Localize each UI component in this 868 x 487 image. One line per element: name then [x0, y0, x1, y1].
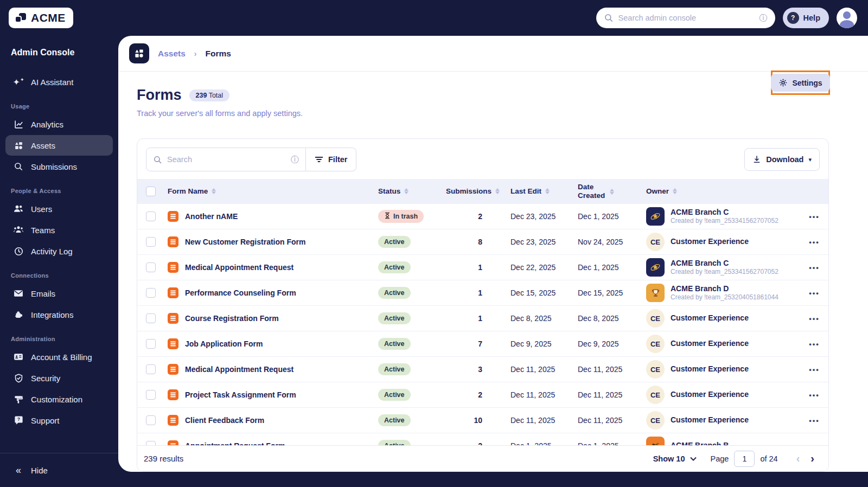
owner-avatar: CE [646, 386, 665, 404]
form-name[interactable]: Job Application Form [185, 339, 263, 348]
table-row[interactable]: New Customer Registration Form Active 8 … [137, 229, 828, 255]
form-name[interactable]: Project Task Assignment Form [185, 390, 296, 399]
row-checkbox[interactable] [146, 364, 156, 374]
row-actions-button[interactable]: ••• [807, 338, 822, 350]
form-name[interactable]: Performance Counseling Form [185, 289, 296, 297]
column-header-submissions[interactable]: Submissions [454, 187, 504, 196]
submissions-count: 8 [454, 238, 504, 246]
row-actions-button[interactable]: ••• [807, 389, 822, 401]
row-actions-button[interactable]: ••• [807, 312, 822, 325]
sidebar-item-activity-log[interactable]: Activity Log [5, 241, 113, 261]
form-name[interactable]: Another nAME [185, 212, 238, 221]
brush-icon [13, 394, 24, 405]
row-actions-button[interactable]: ••• [807, 261, 822, 274]
page-header: Forms 239 Total Track your server's all … [118, 72, 847, 118]
sidebar-item-customization[interactable]: Customization [5, 389, 113, 409]
sidebar-item-assets[interactable]: Assets [5, 135, 113, 156]
row-checkbox[interactable] [146, 339, 156, 349]
user-avatar[interactable] [837, 8, 857, 28]
column-header-date-created[interactable]: Date Created [573, 183, 642, 200]
sidebar-item-users[interactable]: Users [5, 198, 113, 219]
last-edit-date: Dec 23, 2025 [504, 238, 573, 246]
admin-search-input[interactable] [618, 14, 755, 22]
row-checkbox[interactable] [146, 212, 156, 221]
filter-button[interactable]: Filter [306, 148, 356, 171]
owner-avatar: CE [646, 309, 665, 328]
row-checkbox[interactable] [146, 390, 156, 400]
column-header-form-name[interactable]: Form Name [163, 187, 374, 196]
next-page-button[interactable]: › [806, 452, 819, 464]
main-panel: Assets › Forms Forms 239 Total Track you… [118, 36, 868, 472]
sidebar-item-account-billing[interactable]: Account & Billing [5, 347, 113, 367]
breadcrumb-assets-link[interactable]: Assets [158, 49, 186, 59]
sidebar-item-integrations[interactable]: Integrations [5, 304, 113, 325]
sidebar-item-submissions[interactable]: Submissions [5, 156, 113, 177]
help-button[interactable]: ? Help [783, 8, 829, 28]
sidebar-item-analytics[interactable]: Analytics [5, 114, 113, 134]
table-row[interactable]: Medical Appointment Request Active 3 Dec… [137, 357, 828, 382]
acme-logo[interactable]: ACME [9, 8, 73, 28]
row-checkbox[interactable] [146, 237, 156, 247]
sidebar-item-emails[interactable]: Emails [5, 283, 113, 304]
form-name[interactable]: Medical Appointment Request [185, 365, 293, 374]
table-row[interactable]: Job Application Form Active 7 Dec 9, 202… [137, 331, 828, 357]
column-header-last-edit[interactable]: Last Edit [504, 187, 573, 196]
row-checkbox[interactable] [146, 262, 156, 272]
table-row[interactable]: Client Feedback Form Active 10 Dec 11, 2… [137, 408, 828, 433]
table-row[interactable]: Medical Appointment Request Active 1 Dec… [137, 255, 828, 280]
sidebar-hide-button[interactable]: « Hide [5, 460, 113, 480]
column-header-owner[interactable]: Owner [642, 187, 799, 196]
logo-text: ACME [31, 11, 66, 24]
last-edit-date: Dec 11, 2025 [504, 416, 573, 425]
page-label: Page [711, 454, 729, 463]
form-name[interactable]: Course Registration Form [185, 314, 279, 323]
sidebar-item-label: Submissions [31, 162, 77, 171]
page-number-input[interactable] [734, 451, 755, 467]
page-subtitle: Track your server's all forms and apply … [137, 109, 847, 118]
row-actions-button[interactable]: ••• [807, 210, 822, 223]
select-all-checkbox[interactable] [146, 187, 156, 196]
sidebar-item-support[interactable]: ?Support [5, 410, 113, 431]
previous-page-button[interactable]: ‹ [792, 452, 805, 464]
info-icon[interactable]: ⓘ [760, 13, 768, 23]
shield-icon [13, 373, 24, 383]
table-row[interactable]: Performance Counseling Form Active 1 Dec… [137, 280, 828, 306]
sidebar-item-security[interactable]: Security [5, 368, 113, 388]
row-actions-button[interactable]: ••• [807, 287, 822, 299]
table-search-input[interactable] [167, 155, 286, 164]
status-badge: Active [378, 312, 411, 324]
column-header-status[interactable]: Status [374, 187, 454, 196]
table-row[interactable]: Course Registration Form Active 1 Dec 8,… [137, 306, 828, 331]
table-row[interactable]: Another nAME In trash 2 Dec 23, 2025 Dec… [137, 204, 828, 229]
owner-name: ACME Branch C [671, 259, 778, 268]
row-actions-button[interactable]: ••• [807, 236, 822, 248]
date-created: Nov 24, 2025 [573, 238, 642, 246]
form-name[interactable]: Client Feedback Form [185, 416, 264, 425]
form-name[interactable]: New Customer Registration Form [185, 238, 305, 246]
row-checkbox[interactable] [146, 313, 156, 323]
sidebar-item-ai-assistant[interactable]: ✦✦ AI Assistant [5, 72, 113, 92]
form-icon [168, 338, 178, 349]
page-size-select[interactable]: Show 10 [653, 454, 697, 463]
download-button[interactable]: Download ▾ [744, 148, 820, 171]
table-row[interactable]: Project Task Assignment Form Active 2 De… [137, 382, 828, 408]
date-created: Dec 1, 2025 [573, 212, 642, 221]
question-icon: ? [787, 12, 799, 24]
date-created: Dec 9, 2025 [573, 339, 642, 348]
sort-icon [545, 188, 550, 194]
date-created: Dec 11, 2025 [573, 365, 642, 374]
sidebar-item-teams[interactable]: Teams [5, 220, 113, 240]
row-checkbox[interactable] [146, 415, 156, 425]
owner-subtext: Created by !team_253204051861044 [671, 293, 778, 302]
owner-subtext: Created by !team_253341562707052 [671, 217, 778, 225]
owner-avatar: CE [646, 233, 665, 251]
row-actions-button[interactable]: ••• [807, 363, 822, 376]
settings-button[interactable]: Settings [771, 74, 829, 92]
form-name[interactable]: Medical Appointment Request [185, 263, 293, 272]
info-icon[interactable]: ⓘ [291, 155, 299, 165]
chevron-right-icon: › [194, 49, 197, 58]
sparkles-icon: ✦✦ [13, 76, 24, 87]
row-checkbox[interactable] [146, 288, 156, 298]
row-actions-button[interactable]: ••• [807, 414, 822, 427]
collapse-icon: « [13, 465, 24, 476]
